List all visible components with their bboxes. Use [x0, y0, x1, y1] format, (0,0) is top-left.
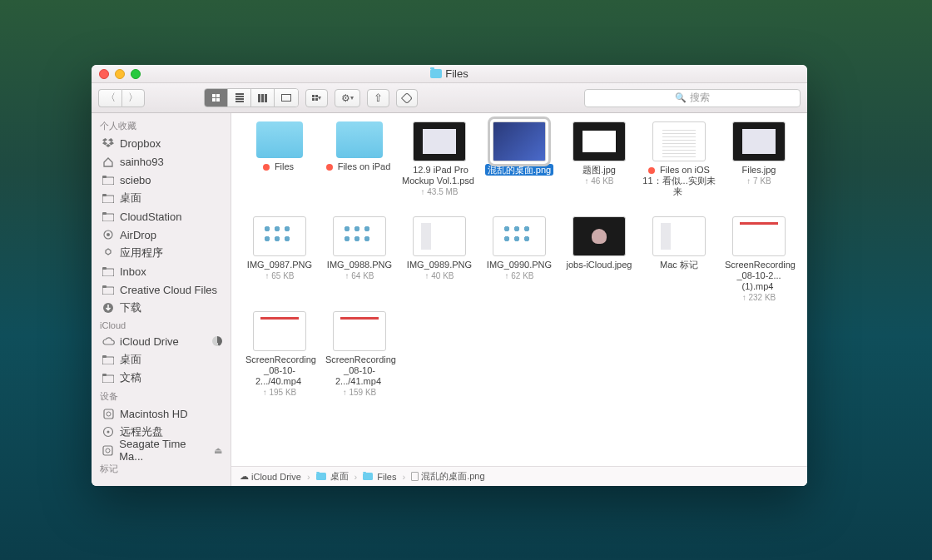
file-thumbnail[interactable]: [253, 216, 306, 256]
file-name: Files: [272, 161, 296, 172]
folder-icon: [102, 374, 115, 383]
search-placeholder: 搜索: [690, 91, 710, 105]
file-name: IMG_0990.PNG: [484, 259, 554, 270]
sidebar-item[interactable]: Seagate Time Ma...⏏: [92, 441, 231, 459]
file-item[interactable]: Files on iOS 11：看似...实则未来: [641, 121, 717, 213]
sidebar-item[interactable]: 文稿: [92, 369, 231, 387]
sidebar-item[interactable]: sainho93: [92, 152, 231, 171]
action-button[interactable]: ⚙: [335, 89, 360, 107]
file-thumbnail[interactable]: [413, 121, 466, 161]
sidebar-item[interactable]: iCloud Drive: [92, 332, 231, 350]
path-bar[interactable]: ☁iCloud Drive›桌面›Files›混乱的桌面.png: [231, 466, 807, 486]
file-item[interactable]: jobs-iCloud.jpeg: [561, 216, 637, 308]
sidebar-item[interactable]: Dropbox: [92, 134, 231, 152]
close-button[interactable]: [99, 69, 109, 79]
sidebar-item[interactable]: Macintosh HD: [92, 404, 231, 423]
toolbar: 〈 〉 ⚙ ⇧ 🔍 搜索: [92, 83, 807, 113]
zoom-button[interactable]: [131, 69, 141, 79]
sidebar-item-label: Seagate Time Ma...: [119, 438, 209, 463]
sidebar-item-label: 桌面: [120, 352, 141, 367]
search-input[interactable]: 🔍 搜索: [584, 89, 801, 107]
file-item[interactable]: IMG_0988.PNG↑ 64 KB: [321, 216, 398, 308]
file-item[interactable]: IMG_0989.PNG↑ 40 KB: [401, 216, 478, 308]
file-item[interactable]: ScreenRecording_08-10-2...(1).mp4↑ 232 K…: [721, 216, 797, 308]
file-item[interactable]: Files on iPad: [321, 121, 398, 213]
file-thumbnail[interactable]: [333, 311, 386, 351]
file-thumbnail[interactable]: [732, 216, 786, 256]
file-grid[interactable]: FilesFiles on iPad12.9 iPad Pro Mockup V…: [231, 113, 807, 466]
sidebar-section-header: 设备: [92, 387, 231, 404]
file-item[interactable]: Files.jpg↑ 7 KB: [721, 121, 797, 213]
file-item[interactable]: 题图.jpg↑ 46 KB: [561, 121, 637, 213]
file-size: ↑ 159 KB: [343, 388, 377, 397]
sidebar-item[interactable]: CloudStation: [92, 207, 231, 225]
path-segment[interactable]: 桌面: [316, 470, 349, 483]
file-thumbnail[interactable]: [652, 216, 706, 256]
back-button[interactable]: 〈: [98, 89, 121, 107]
sidebar-item-label: sciebo: [120, 174, 151, 186]
file-item[interactable]: Files: [241, 121, 318, 213]
arrange-button[interactable]: [305, 89, 328, 107]
sidebar-item-label: 桌面: [120, 191, 141, 206]
file-thumbnail[interactable]: [573, 121, 626, 161]
sidebar-item[interactable]: sciebo: [92, 171, 231, 189]
file-name: IMG_0988.PNG: [325, 259, 394, 270]
file-item[interactable]: ScreenRecording_08-10-2.../40.mp4↑ 195 K…: [241, 311, 318, 403]
file-item[interactable]: 混乱的桌面.png: [481, 121, 558, 213]
tags-button[interactable]: [396, 89, 418, 107]
svg-rect-10: [102, 287, 114, 295]
cloud-icon: ☁: [240, 471, 249, 482]
file-item[interactable]: Mac 标记: [641, 216, 717, 308]
path-segment[interactable]: ☁iCloud Drive: [240, 471, 301, 482]
sidebar-item[interactable]: Inbox: [92, 262, 231, 280]
file-thumbnail[interactable]: [413, 216, 466, 256]
forward-button[interactable]: 〉: [121, 89, 145, 107]
path-segment[interactable]: 混乱的桌面.png: [411, 470, 484, 483]
file-thumbnail[interactable]: [493, 216, 546, 256]
window-titlebar: Files: [92, 65, 807, 83]
tag-icon: [401, 92, 413, 103]
file-name: ScreenRecording_08-10-2...(1).mp4: [722, 259, 796, 292]
file-thumbnail[interactable]: [493, 121, 546, 161]
sidebar-item[interactable]: AirDrop: [92, 225, 231, 244]
file-thumbnail[interactable]: [573, 216, 626, 256]
file-thumbnail[interactable]: [253, 311, 306, 351]
file-name: 题图.jpg: [580, 164, 618, 176]
sidebar-item[interactable]: Creative Cloud Files: [92, 280, 231, 299]
sidebar-item[interactable]: 桌面: [92, 350, 231, 369]
svg-rect-15: [102, 375, 114, 383]
svg-point-7: [107, 233, 110, 236]
sidebar-item[interactable]: 下载: [92, 299, 231, 317]
eject-icon[interactable]: ⏏: [214, 445, 222, 456]
file-item[interactable]: 12.9 iPad Pro Mockup Vol.1.psd↑ 43.5 MB: [401, 121, 478, 213]
tag-dot-icon: [326, 164, 333, 171]
file-thumbnail[interactable]: [333, 216, 386, 256]
svg-rect-17: [104, 409, 113, 419]
sidebar-item-label: 文稿: [120, 370, 141, 385]
file-item[interactable]: ScreenRecording_08-10-2.../41.mp4↑ 159 K…: [321, 311, 398, 403]
share-button[interactable]: ⇧: [367, 89, 389, 107]
view-icon-button[interactable]: [205, 89, 228, 107]
minimize-button[interactable]: [115, 69, 125, 79]
sidebar[interactable]: 个人收藏Dropboxsainho93sciebo桌面CloudStationA…: [92, 113, 231, 486]
view-column-button[interactable]: [251, 89, 275, 107]
view-cover-button[interactable]: [275, 89, 298, 107]
file-item[interactable]: IMG_0990.PNG↑ 62 KB: [481, 216, 558, 308]
file-thumbnail[interactable]: [256, 121, 303, 158]
file-thumbnail[interactable]: [336, 121, 383, 158]
svg-rect-8: [102, 269, 114, 276]
sidebar-item-label: Macintosh HD: [120, 408, 188, 420]
file-thumbnail[interactable]: [732, 121, 786, 161]
sidebar-item[interactable]: 应用程序: [92, 244, 231, 262]
file-size: ↑ 46 KB: [584, 176, 613, 186]
sidebar-item[interactable]: 桌面: [92, 189, 231, 207]
dropbox-icon: [102, 138, 115, 148]
search-icon: 🔍: [675, 92, 687, 103]
file-item[interactable]: IMG_0987.PNG↑ 65 KB: [241, 216, 318, 308]
sidebar-item-label: AirDrop: [120, 229, 156, 241]
view-list-button[interactable]: [228, 89, 251, 107]
file-size: ↑ 64 KB: [345, 271, 374, 280]
file-thumbnail[interactable]: [652, 121, 706, 161]
file-size: ↑ 62 KB: [504, 271, 533, 280]
path-segment[interactable]: Files: [363, 472, 396, 482]
